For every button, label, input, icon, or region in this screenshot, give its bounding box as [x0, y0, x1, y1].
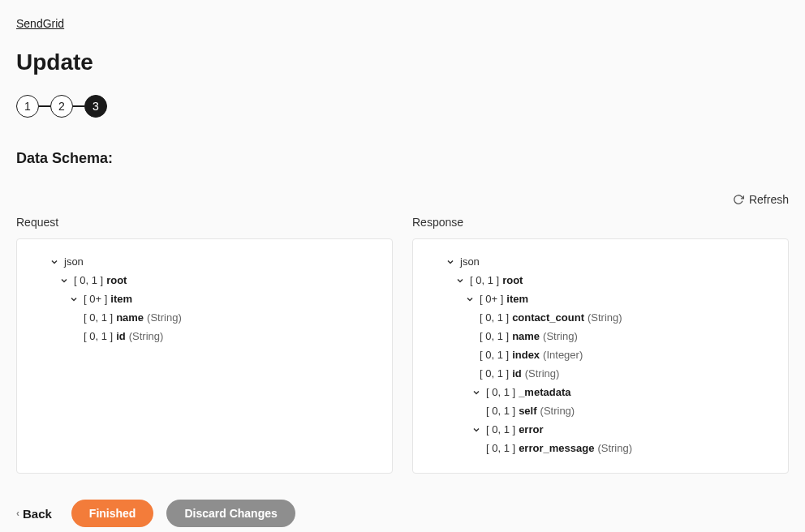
tree-leaf[interactable]: [ 0, 1 ] id (String)	[30, 327, 379, 345]
tree-name: item	[110, 293, 132, 305]
tree-node-root[interactable]: [ 0, 1 ] root	[426, 271, 775, 290]
tree-node-json[interactable]: json	[426, 252, 775, 271]
tree-cardinality: [ 0, 1 ]	[84, 311, 113, 324]
tree-leaf[interactable]: [ 0, 1 ] error_message (String)	[426, 439, 775, 457]
chevron-down-icon	[471, 425, 481, 435]
tree-name: _metadata	[519, 386, 570, 398]
tree-name: root	[106, 274, 127, 286]
chevron-down-icon	[50, 257, 59, 267]
tree-name: error	[519, 423, 543, 435]
tree-name: error_message	[519, 442, 594, 454]
tree-type: (Integer)	[543, 349, 583, 361]
tree-cardinality: [ 0, 1 ]	[486, 423, 515, 435]
breadcrumb-link[interactable]: SendGrid	[16, 17, 64, 30]
back-button[interactable]: ‹ Back	[16, 507, 52, 521]
chevron-down-icon	[69, 294, 79, 304]
refresh-icon	[733, 194, 744, 205]
tree-node-metadata[interactable]: [ 0, 1 ] _metadata	[426, 383, 775, 401]
tree-node-item[interactable]: [ 0+ ] item	[426, 290, 775, 308]
tree-cardinality: [ 0, 1 ]	[74, 274, 103, 286]
tree-leaf[interactable]: [ 0, 1 ] index (Integer)	[426, 345, 775, 364]
footer: ‹ Back Finished Discard Changes	[16, 500, 789, 527]
refresh-button[interactable]: Refresh	[733, 193, 789, 206]
chevron-down-icon	[446, 257, 455, 267]
chevron-down-icon	[465, 294, 475, 304]
tree-name: contact_count	[512, 311, 584, 324]
step-connector	[73, 105, 84, 107]
step-connector	[39, 105, 50, 107]
discard-button[interactable]: Discard Changes	[166, 500, 295, 527]
step-1[interactable]: 1	[16, 95, 39, 118]
tree-name: index	[512, 349, 540, 361]
tree-cardinality: [ 0, 1 ]	[84, 330, 113, 342]
tree-name: id	[512, 367, 522, 380]
tree-cardinality: [ 0, 1 ]	[486, 442, 515, 454]
tree-cardinality: [ 0, 1 ]	[480, 311, 509, 324]
tree-node-root[interactable]: [ 0, 1 ] root	[30, 271, 379, 290]
chevron-left-icon: ‹	[16, 508, 19, 519]
tree-node-error[interactable]: [ 0, 1 ] error	[426, 420, 775, 439]
chevron-down-icon	[471, 388, 481, 397]
tree-name: name	[116, 311, 144, 324]
tree-leaf[interactable]: [ 0, 1 ] contact_count (String)	[426, 308, 775, 327]
back-label: Back	[23, 507, 52, 521]
tree-cardinality: [ 0+ ]	[480, 293, 503, 305]
tree-name: item	[506, 293, 528, 305]
tree-name: id	[116, 330, 126, 342]
tree-type: (String)	[597, 442, 632, 454]
tree-node-item[interactable]: [ 0+ ] item	[30, 290, 379, 308]
tree-name: name	[512, 330, 540, 342]
stepper: 1 2 3	[16, 95, 789, 118]
tree-name: root	[502, 274, 523, 286]
tree-label: json	[460, 255, 480, 268]
response-panel: json [ 0, 1 ] root [ 0+ ] item [ 0, 1 ] …	[412, 238, 789, 474]
tree-type: (String)	[129, 330, 164, 342]
tree-type: (String)	[525, 367, 560, 380]
tree-type: (String)	[543, 330, 578, 342]
tree-label: json	[64, 255, 84, 268]
finished-button[interactable]: Finished	[71, 500, 154, 527]
page-title: Update	[16, 49, 789, 75]
chevron-down-icon	[455, 276, 465, 285]
step-3[interactable]: 3	[84, 95, 107, 118]
tree-cardinality: [ 0, 1 ]	[486, 386, 515, 398]
tree-name: self	[519, 405, 536, 417]
response-label: Response	[412, 216, 789, 229]
step-2[interactable]: 2	[50, 95, 73, 118]
tree-type: (String)	[147, 311, 182, 324]
request-panel: json [ 0, 1 ] root [ 0+ ] item [ 0, 1 ] …	[16, 238, 393, 474]
tree-node-json[interactable]: json	[30, 252, 379, 271]
tree-cardinality: [ 0+ ]	[84, 293, 107, 305]
tree-cardinality: [ 0, 1 ]	[480, 330, 509, 342]
tree-leaf[interactable]: [ 0, 1 ] name (String)	[30, 308, 379, 327]
tree-cardinality: [ 0, 1 ]	[480, 367, 509, 380]
tree-type: (String)	[540, 405, 575, 417]
tree-cardinality: [ 0, 1 ]	[480, 349, 509, 361]
tree-cardinality: [ 0, 1 ]	[486, 405, 515, 417]
tree-leaf[interactable]: [ 0, 1 ] self (String)	[426, 401, 775, 420]
tree-cardinality: [ 0, 1 ]	[470, 274, 499, 286]
tree-leaf[interactable]: [ 0, 1 ] name (String)	[426, 327, 775, 345]
request-label: Request	[16, 216, 393, 229]
tree-type: (String)	[588, 311, 622, 324]
refresh-label: Refresh	[749, 193, 789, 206]
section-title: Data Schema:	[16, 150, 789, 167]
chevron-down-icon	[59, 276, 69, 285]
tree-leaf[interactable]: [ 0, 1 ] id (String)	[426, 364, 775, 383]
